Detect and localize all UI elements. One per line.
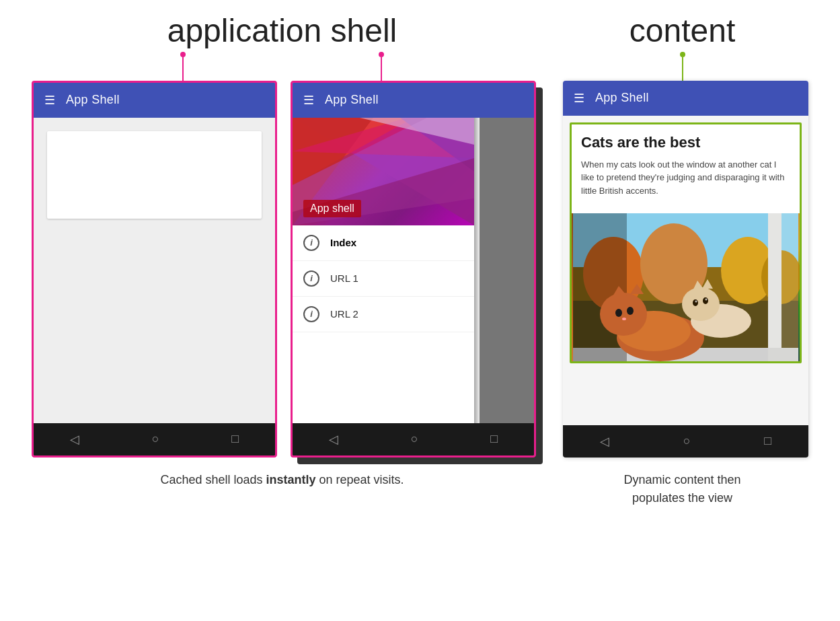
drawer-item-url2[interactable]: i URL 2 xyxy=(293,297,474,332)
svg-point-31 xyxy=(703,297,708,304)
article-title: Cats are the best xyxy=(581,134,790,151)
phone-3: ☰ App Shell Cats are the best When my ca… xyxy=(563,81,808,458)
phone3-home-btn[interactable]: ○ xyxy=(683,434,691,448)
svg-point-23 xyxy=(615,309,622,317)
phone2-drawer: App shell i Index i URL 1 xyxy=(293,118,474,423)
left-arrow-2 xyxy=(379,52,384,81)
article-body: When my cats look out the window at anot… xyxy=(581,158,790,198)
cat-image xyxy=(572,213,800,361)
svg-point-20 xyxy=(600,293,647,336)
caption-left: Cached shell loads instantly on repeat v… xyxy=(159,471,405,507)
drawer-item-url1[interactable]: i URL 1 xyxy=(293,261,474,297)
phone3-hamburger-icon: ☰ xyxy=(574,91,584,106)
svg-point-33 xyxy=(705,299,708,301)
caption-left-part1: Cached shell loads xyxy=(160,473,266,486)
drawer-menu-items: i Index i URL 1 i URL 2 xyxy=(293,225,474,423)
caption-left-part2: on repeat visits. xyxy=(316,473,404,486)
phone1-back-btn[interactable]: ◁ xyxy=(70,432,79,447)
drawer-shadow xyxy=(474,118,480,423)
phone2-nav-bar: ◁ ○ □ xyxy=(293,423,534,455)
svg-point-32 xyxy=(695,301,697,303)
info-icon-index: i xyxy=(303,235,319,251)
left-arrow-1 xyxy=(180,52,186,81)
phone3-toolbar-title: App Shell xyxy=(595,91,649,105)
svg-point-30 xyxy=(693,299,698,306)
info-icon-url2: i xyxy=(303,306,319,322)
phone3-nav-bar: ◁ ○ □ xyxy=(563,425,808,458)
phone2-home-btn[interactable]: ○ xyxy=(411,432,418,446)
phone3-recent-btn[interactable]: □ xyxy=(764,434,771,448)
svg-point-24 xyxy=(627,307,634,315)
svg-rect-34 xyxy=(768,213,798,361)
phone2-toolbar: ☰ App Shell xyxy=(293,83,534,118)
drawer-item-url2-label: URL 2 xyxy=(330,308,358,320)
content-card-text: Cats are the best When my cats look out … xyxy=(572,124,800,214)
phone2-toolbar-title: App Shell xyxy=(325,93,379,107)
drawer-header-label: App shell xyxy=(303,200,361,217)
phone1-recent-btn[interactable]: □ xyxy=(231,432,239,446)
phone-1: ☰ App Shell ◁ ○ □ xyxy=(32,81,277,458)
caption-right-line1: Dynamic content then xyxy=(560,471,805,489)
phone2-recent-btn[interactable]: □ xyxy=(490,432,498,446)
right-arrow xyxy=(680,52,685,81)
dark-overlay xyxy=(480,118,534,423)
content-card: Cats are the best When my cats look out … xyxy=(570,122,802,364)
phone1-placeholder xyxy=(47,131,262,219)
drawer-header-image: App shell xyxy=(293,118,474,225)
drawer-item-index-label: Index xyxy=(330,237,356,248)
phone2-main-area: App shell i Index i URL 1 xyxy=(293,118,534,423)
info-icon-url1: i xyxy=(303,270,319,287)
phone1-nav-bar: ◁ ○ □ xyxy=(34,423,275,455)
phone1-hamburger-icon: ☰ xyxy=(44,93,55,108)
drawer-item-index[interactable]: i Index xyxy=(293,225,474,261)
phone2-back-btn[interactable]: ◁ xyxy=(329,432,338,447)
phone3-back-btn[interactable]: ◁ xyxy=(600,434,609,449)
phone1-toolbar-title: App Shell xyxy=(66,93,120,107)
phone-2: ☰ App Shell xyxy=(291,81,536,458)
phone1-home-btn[interactable]: ○ xyxy=(152,432,159,446)
phone2-hamburger-icon: ☰ xyxy=(303,93,314,108)
phone1-content-area xyxy=(34,118,275,423)
phone1-toolbar: ☰ App Shell xyxy=(34,83,275,118)
phone3-content-area: Cats are the best When my cats look out … xyxy=(563,116,808,425)
phone3-toolbar: ☰ App Shell xyxy=(563,81,808,116)
svg-point-25 xyxy=(622,318,626,320)
svg-point-27 xyxy=(682,287,720,321)
caption-right-line2: populates the view xyxy=(560,489,805,507)
caption-right: Dynamic content then populates the view xyxy=(560,471,805,507)
app-shell-big-label: application shell xyxy=(167,13,397,48)
caption-left-bold: instantly xyxy=(266,473,316,486)
content-big-label: content xyxy=(629,13,735,48)
drawer-item-url1-label: URL 1 xyxy=(330,272,358,284)
